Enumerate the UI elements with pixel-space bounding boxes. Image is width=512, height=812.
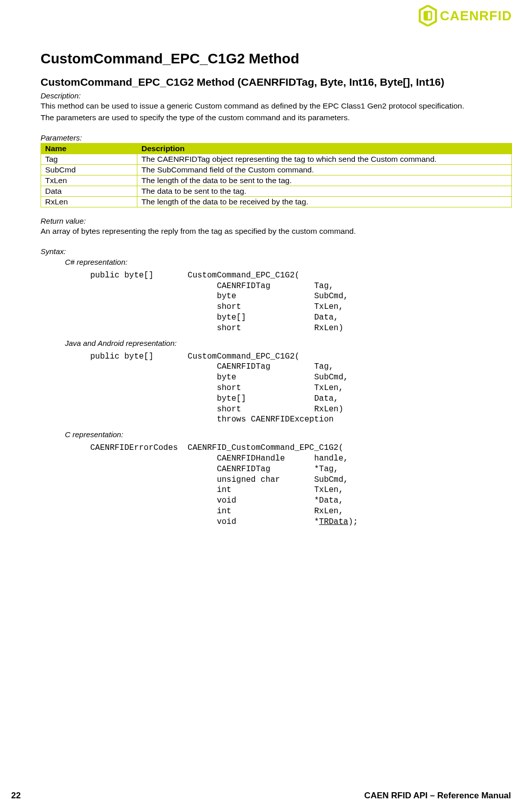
page-content: CustomCommand_EPC_C1G2 Method CustomComm… [0, 10, 512, 527]
description-text-1: This method can be used to issue a gener… [41, 101, 512, 112]
param-name: TxLen [41, 175, 137, 186]
parameters-label: Parameters: [41, 133, 512, 142]
param-name: Data [41, 186, 137, 196]
page-title: CustomCommand_EPC_C1G2 Method [41, 51, 512, 67]
param-desc: The CAENRFIDTag object representing the … [137, 154, 512, 164]
description-text-2: The parameters are used to specify the t… [41, 113, 512, 123]
table-row: TxLen The length of the data to be sent … [41, 175, 512, 186]
brand-logo: CAENRFID [419, 5, 512, 26]
csharp-label: C# representation: [65, 258, 512, 266]
table-row: Data The data to be sent to the tag. [41, 186, 512, 196]
c-code-pre: CAENRFIDErrorCodes CAENRFID_CustomComman… [90, 443, 348, 526]
page-footer: 22 CAEN RFID API – Reference Manual [0, 791, 512, 801]
java-label: Java and Android representation: [65, 339, 512, 347]
param-desc: The SubCommand field of the Custom comma… [137, 164, 512, 175]
brand-hex-icon [419, 5, 437, 26]
csharp-code: public byte[] CustomCommand_EPC_C1G2( CA… [90, 270, 512, 334]
return-label: Return value: [41, 217, 512, 225]
c-code-link[interactable]: TRData [319, 517, 348, 526]
param-name: RxLen [41, 196, 137, 207]
syntax-label: Syntax: [41, 247, 512, 256]
c-code-post: ); [348, 517, 358, 526]
method-signature: CustomCommand_EPC_C1G2 Method (CAENRFIDT… [41, 76, 512, 88]
parameters-table: Name Description Tag The CAENRFIDTag obj… [41, 143, 512, 207]
c-code: CAENRFIDErrorCodes CAENRFID_CustomComman… [90, 443, 512, 527]
brand-text: CAENRFID [440, 8, 512, 24]
table-header-row: Name Description [41, 143, 512, 154]
col-desc-header: Description [137, 143, 512, 154]
description-label: Description: [41, 91, 512, 100]
return-text: An array of bytes representing the reply… [41, 226, 512, 237]
page-number: 22 [11, 791, 21, 801]
table-row: SubCmd The SubCommand field of the Custo… [41, 164, 512, 175]
param-desc: The length of the data to be received by… [137, 196, 512, 207]
table-row: RxLen The length of the data to be recei… [41, 196, 512, 207]
param-desc: The data to be sent to the tag. [137, 186, 512, 196]
col-name-header: Name [41, 143, 137, 154]
footer-text: CAEN RFID API – Reference Manual [364, 791, 511, 801]
table-row: Tag The CAENRFIDTag object representing … [41, 154, 512, 164]
java-code: public byte[] CustomCommand_EPC_C1G2( CA… [90, 351, 512, 426]
svg-rect-2 [424, 12, 428, 20]
param-name: Tag [41, 154, 137, 164]
param-desc: The length of the data to be sent to the… [137, 175, 512, 186]
param-name: SubCmd [41, 164, 137, 175]
c-label: C representation: [65, 430, 512, 439]
